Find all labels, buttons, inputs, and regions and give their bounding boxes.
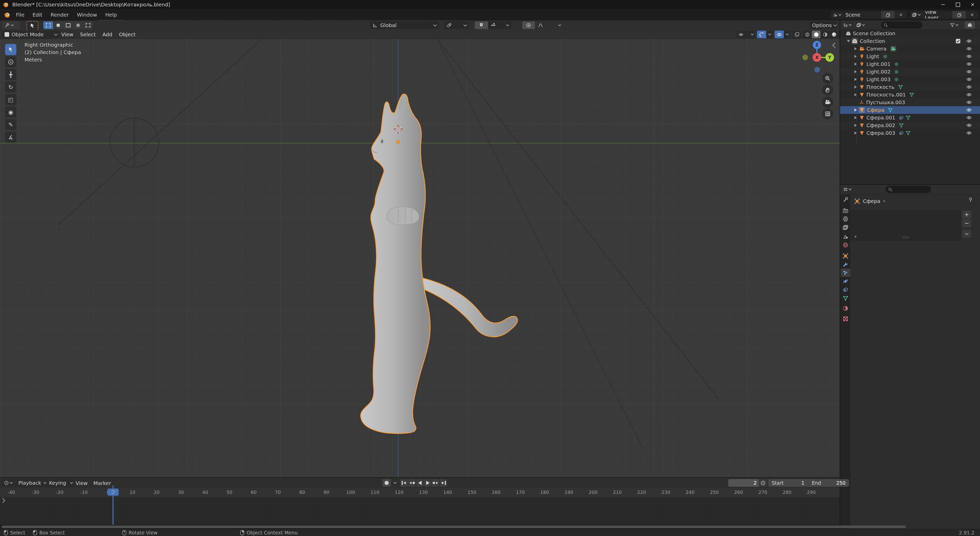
tool-transform[interactable]: ◉ — [5, 107, 16, 118]
next-keyframe-button[interactable] — [432, 479, 439, 487]
expand-arrow-icon[interactable] — [854, 108, 857, 111]
properties-search-input[interactable] — [886, 186, 931, 193]
shading-rendered-button[interactable] — [830, 31, 838, 38]
viewport-menu-item[interactable]: Add — [102, 32, 112, 38]
tab-modifiers[interactable] — [841, 260, 850, 269]
pin-icon[interactable] — [968, 197, 974, 203]
pan-button[interactable] — [822, 84, 833, 96]
menu-item[interactable]: Help — [101, 9, 121, 21]
outliner-display-mode-dropdown[interactable] — [855, 21, 871, 29]
snap-settings-dropdown[interactable] — [488, 21, 511, 29]
previous-keyframe-button[interactable] — [408, 479, 416, 487]
tab-render[interactable] — [841, 206, 850, 215]
xray-toggle[interactable] — [792, 31, 801, 38]
active-tool-indicator[interactable] — [27, 21, 38, 31]
outliner-row-plane-001[interactable]: Плоскость.001 — [840, 91, 980, 99]
play-reverse-button[interactable] — [416, 479, 424, 487]
select-mode-extend-button[interactable] — [53, 21, 63, 29]
mesh-data-icon[interactable] — [909, 92, 914, 97]
expand-arrow-icon[interactable] — [854, 93, 857, 96]
scene-dropdown[interactable] — [831, 11, 843, 19]
auto-keyframe-button[interactable] — [382, 479, 391, 487]
timeline-scrollbar[interactable] — [0, 525, 840, 529]
timeline-marker-menu[interactable]: Marker — [94, 480, 111, 486]
object-origin-dot[interactable] — [396, 140, 399, 143]
viewport-menu-item[interactable]: Object — [119, 32, 135, 38]
panel-expand-icon[interactable] — [855, 235, 857, 238]
start-frame-field[interactable]: Start 1 — [768, 480, 808, 486]
gizmo-x-axis[interactable]: X — [813, 53, 821, 62]
eye-icon[interactable] — [966, 100, 972, 105]
tab-material[interactable] — [841, 304, 850, 312]
expand-arrow-icon[interactable] — [854, 124, 857, 127]
select-mode-new-button[interactable] — [43, 21, 53, 29]
playhead-line[interactable] — [113, 485, 114, 525]
particle-specials-dropdown[interactable] — [962, 230, 971, 238]
play-button[interactable] — [424, 479, 431, 487]
outliner-row-sphere-003[interactable]: Сфера.003 — [840, 129, 980, 137]
object-visibility-dropdown[interactable] — [737, 31, 756, 38]
jump-to-start-button[interactable] — [400, 479, 408, 487]
tool-cursor[interactable]: + — [5, 56, 16, 68]
tab-object-data[interactable] — [841, 294, 850, 302]
tool-move[interactable]: ╋ — [5, 69, 16, 80]
expand-arrow-icon[interactable] — [854, 78, 857, 81]
tab-particles[interactable] — [841, 269, 850, 277]
mesh-data-icon[interactable] — [906, 115, 911, 120]
perspective-toggle-button[interactable] — [822, 108, 833, 119]
eye-icon[interactable] — [966, 115, 972, 121]
jump-to-end-button[interactable] — [440, 479, 447, 487]
menu-item[interactable]: File — [12, 9, 28, 21]
properties-editor-type-dropdown[interactable] — [842, 186, 858, 193]
eye-icon[interactable] — [966, 122, 972, 128]
mesh-data-icon[interactable] — [888, 108, 893, 113]
tab-physics[interactable] — [841, 277, 850, 285]
outliner-editor-type-dropdown[interactable] — [842, 21, 857, 29]
options-dropdown[interactable]: Options — [810, 21, 837, 29]
active-tool-dropdown[interactable] — [2, 21, 20, 29]
outliner-row-scene-collection[interactable]: Scene Collection — [840, 30, 980, 37]
minimize-button[interactable] — [935, 0, 950, 9]
outliner-row-plane[interactable]: Плоскость — [840, 83, 980, 91]
playback-dropdown[interactable]: Playback — [16, 479, 48, 487]
timeline-tracks[interactable] — [0, 497, 840, 525]
transform-orientation-dropdown[interactable]: Global — [370, 21, 439, 29]
gizmos-dropdown[interactable] — [767, 31, 773, 38]
expand-arrow-icon[interactable] — [854, 55, 857, 58]
timeline-ruler[interactable]: -40-30-20-100102030405060708090100110120… — [0, 488, 840, 498]
eye-icon[interactable] — [966, 69, 972, 75]
delete-view-layer-button[interactable] — [966, 11, 978, 19]
tab-world[interactable] — [841, 241, 850, 249]
mode-dropdown[interactable]: Object Mode — [2, 31, 60, 38]
outliner-row-light-002[interactable]: Light.002 — [840, 68, 980, 76]
tab-constraints[interactable] — [841, 285, 850, 294]
zoom-button[interactable] — [822, 73, 833, 84]
expand-arrow-icon[interactable] — [847, 40, 850, 42]
eye-icon[interactable] — [966, 76, 972, 82]
overlays-toggle[interactable] — [775, 31, 784, 38]
add-particle-system-button[interactable] — [962, 211, 971, 219]
outliner-row-sphere[interactable]: Сфера — [840, 106, 980, 114]
tab-texture[interactable] — [841, 315, 850, 323]
collection-checkbox[interactable] — [956, 38, 961, 44]
cat-tail[interactable] — [422, 278, 517, 337]
timeline-view-menu[interactable]: View — [76, 480, 88, 486]
resize-grip-icon[interactable] — [902, 236, 909, 239]
eye-icon[interactable] — [966, 46, 972, 52]
tab-output[interactable] — [841, 215, 850, 223]
viewport-menu-item[interactable]: View — [61, 32, 73, 38]
new-collection-button[interactable] — [965, 21, 975, 29]
new-scene-button[interactable] — [881, 11, 894, 19]
expand-arrow-icon[interactable] — [854, 62, 857, 65]
scrollbar-thumb[interactable] — [2, 525, 906, 528]
tab-tool[interactable] — [841, 195, 850, 204]
outliner-filter-dropdown[interactable] — [950, 21, 958, 29]
proportional-edit-toggle[interactable] — [522, 21, 535, 29]
gizmo-z-negative[interactable] — [815, 67, 820, 73]
expand-arrow-icon[interactable] — [854, 47, 857, 50]
remove-particle-system-button[interactable] — [962, 219, 971, 227]
expand-arrow-icon[interactable] — [854, 132, 857, 135]
menu-item[interactable]: Render — [46, 9, 73, 21]
eye-icon[interactable] — [966, 38, 972, 44]
expand-arrow-icon[interactable] — [854, 86, 857, 89]
